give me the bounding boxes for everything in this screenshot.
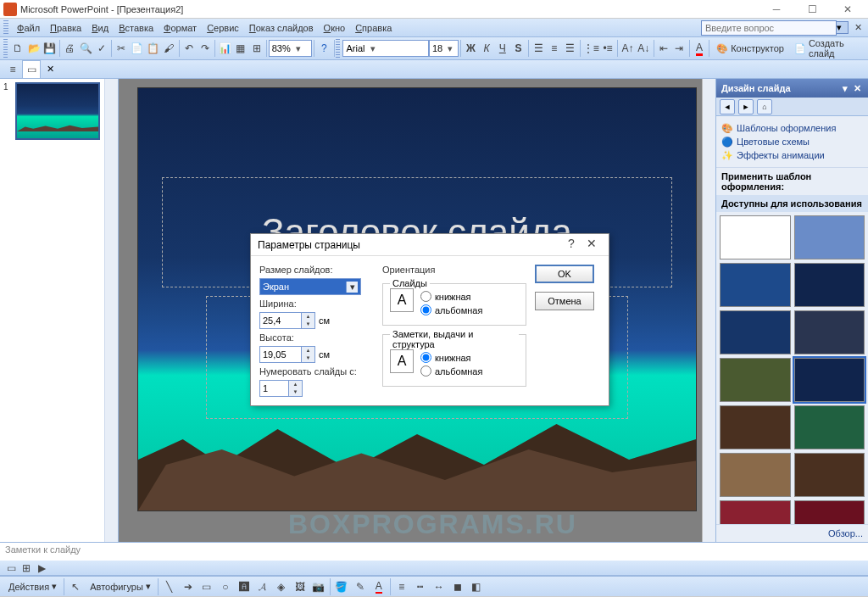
line-color-button[interactable]: ✎ (351, 577, 370, 596)
minimize-button[interactable]: ─ (760, 1, 793, 18)
height-spinner[interactable]: ▲▼ (302, 346, 315, 363)
slides-portrait-radio[interactable] (420, 291, 431, 302)
template-thumbnail[interactable] (720, 453, 791, 497)
dialog-titlebar[interactable]: Параметры страницы ? ✕ (251, 234, 609, 256)
undo-button[interactable]: ↶ (181, 39, 198, 58)
menu-format[interactable]: Формат (159, 21, 202, 35)
picture-button[interactable]: 📷 (309, 577, 328, 596)
width-input[interactable] (259, 312, 302, 329)
menu-help[interactable]: Справка (350, 21, 397, 35)
template-thumbnail[interactable] (794, 310, 865, 354)
question-input[interactable] (701, 20, 837, 36)
taskpane-close[interactable]: ✕ (851, 83, 863, 94)
menu-slideshow[interactable]: Показ слайдов (244, 21, 319, 35)
actions-menu[interactable]: Действия ▾ (3, 578, 62, 594)
cut-button[interactable]: ✂ (114, 39, 130, 58)
slideshow-view-button[interactable]: ▶ (34, 561, 49, 575)
menu-edit[interactable]: Правка (45, 21, 86, 35)
sorter-view-button[interactable]: ⊞ (19, 561, 34, 575)
clipart-button[interactable]: 🖼 (291, 577, 309, 596)
line-style-button[interactable]: ≡ (392, 577, 411, 596)
shadow-button[interactable]: S (510, 39, 526, 58)
copy-button[interactable]: 📄 (130, 39, 146, 58)
print-button[interactable]: 🖨 (62, 39, 78, 58)
close-button[interactable]: ✕ (831, 1, 865, 18)
zoom-combo[interactable]: 83%▾ (269, 40, 312, 57)
cancel-button[interactable]: Отмена (535, 292, 594, 310)
arrow-button[interactable]: ➔ (179, 577, 198, 596)
format-painter-button[interactable]: 🖌 (161, 39, 177, 58)
designer-button[interactable]: 🎨Конструктор (711, 41, 789, 57)
select-button[interactable]: ↖ (66, 577, 85, 596)
template-thumbnail[interactable] (720, 500, 791, 524)
template-thumbnail[interactable] (794, 453, 865, 497)
menu-view[interactable]: Вид (86, 21, 114, 35)
numbering-button[interactable]: ⋮≡ (582, 39, 600, 58)
redo-button[interactable]: ↷ (197, 39, 213, 58)
colors-link[interactable]: 🔵Цветовые схемы (721, 135, 863, 148)
notes-landscape-radio[interactable] (420, 365, 431, 377)
line-button[interactable]: ╲ (160, 577, 179, 596)
align-center-button[interactable]: ≡ (546, 39, 562, 58)
preview-button[interactable]: 🔍 (78, 39, 94, 58)
nav-home-button[interactable]: ⌂ (757, 99, 772, 114)
dash-style-button[interactable]: ┅ (411, 577, 430, 596)
align-left-button[interactable]: ☰ (531, 39, 547, 58)
template-thumbnail[interactable] (720, 215, 791, 259)
font-combo[interactable]: Arial▾ (342, 40, 429, 57)
height-input[interactable] (259, 346, 302, 363)
fill-color-button[interactable]: 🪣 (332, 577, 351, 596)
doc-close-button[interactable]: ✕ (851, 22, 865, 33)
template-thumbnail[interactable] (794, 215, 865, 259)
paste-button[interactable]: 📋 (145, 39, 161, 58)
ok-button[interactable]: OK (535, 265, 594, 283)
textbox-button[interactable]: 🅰 (235, 577, 253, 596)
template-thumbnail[interactable] (794, 358, 865, 402)
size-select[interactable]: Экран▾ (259, 278, 361, 295)
outline-tab[interactable]: ≡ (3, 60, 22, 79)
diagram-button[interactable]: ◈ (272, 577, 291, 596)
new-button[interactable]: 🗋 (10, 39, 26, 58)
tables-button[interactable]: ⊞ (248, 39, 264, 58)
template-thumbnail[interactable] (794, 500, 865, 524)
template-thumbnail[interactable] (720, 358, 791, 402)
decrease-indent-button[interactable]: ⇤ (655, 39, 671, 58)
oval-button[interactable]: ○ (216, 577, 235, 596)
bullets-button[interactable]: •≡ (600, 39, 616, 58)
scrollbar[interactable] (702, 79, 715, 542)
wordart-button[interactable]: 𝓐 (253, 577, 272, 596)
slides-tab[interactable]: ▭ (22, 60, 41, 79)
nav-back-button[interactable]: ◄ (720, 99, 735, 114)
arrow-style-button[interactable]: ↔ (430, 577, 448, 596)
menu-window[interactable]: Окно (319, 21, 351, 35)
slides-landscape-radio[interactable] (420, 304, 431, 315)
templates-link[interactable]: 🎨Шаблоны оформления (721, 121, 863, 135)
animation-link[interactable]: ✨Эффекты анимации (721, 148, 863, 162)
font-color-button[interactable]: A (692, 39, 708, 58)
table-button[interactable]: ▦ (232, 39, 248, 58)
menu-insert[interactable]: Вставка (114, 21, 159, 35)
fontsize-combo[interactable]: 18▾ (429, 40, 459, 57)
number-input[interactable] (259, 380, 289, 397)
shadow-style-button[interactable]: ◼ (448, 577, 467, 596)
template-thumbnail[interactable] (720, 310, 791, 354)
3d-style-button[interactable]: ◧ (467, 577, 486, 596)
italic-button[interactable]: К (479, 39, 495, 58)
spellcheck-button[interactable]: ✓ (93, 39, 109, 58)
normal-view-button[interactable]: ▭ (3, 561, 19, 575)
width-spinner[interactable]: ▲▼ (302, 312, 315, 329)
open-button[interactable]: 📂 (26, 39, 42, 58)
slide-thumbnail[interactable]: 1 (3, 82, 114, 140)
increase-indent-button[interactable]: ⇥ (671, 39, 687, 58)
template-thumbnail[interactable] (720, 405, 791, 449)
autoshapes-menu[interactable]: Автофигуры ▾ (85, 578, 156, 594)
close-pane-button[interactable]: ✕ (44, 64, 56, 75)
menu-tools[interactable]: Сервис (202, 21, 244, 35)
bold-button[interactable]: Ж (463, 39, 479, 58)
question-dropdown[interactable]: ▾ (837, 21, 849, 34)
maximize-button[interactable]: ☐ (795, 1, 829, 18)
template-thumbnail[interactable] (794, 405, 865, 449)
template-thumbnail[interactable] (720, 263, 791, 307)
dialog-help-button[interactable]: ? (561, 237, 581, 254)
save-button[interactable]: 💾 (42, 39, 58, 58)
